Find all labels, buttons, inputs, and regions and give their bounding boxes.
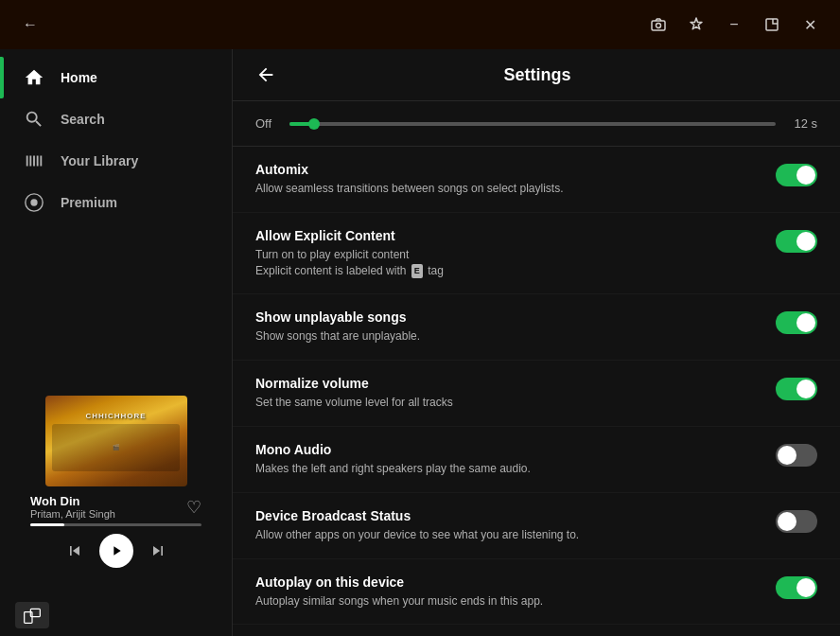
setting-item-explicit: Allow Explicit Content Turn on to play e… [233,213,840,295]
home-label: Home [61,70,97,85]
toggle-thumb-explicit [796,232,815,251]
toggle-automix[interactable] [776,164,817,186]
settings-title: Settings [291,65,783,85]
now-playing: Woh Din Pritam, Arijit Singh ♡ [15,486,217,523]
settings-header: Settings [233,49,840,101]
setting-item-normalize: Normalize volume Set the same volume lev… [233,361,840,427]
setting-desc-mono: Makes the left and right speakers play t… [255,461,761,477]
setting-info-normalize: Normalize volume Set the same volume lev… [255,376,761,411]
toggle-thumb-broadcast [778,512,796,531]
play-button[interactable] [99,534,133,568]
premium-label: Premium [61,195,117,210]
toggle-track-normalize[interactable] [776,378,817,400]
setting-name-unplayable: Show unplayable songs [255,309,761,325]
toggle-track-explicit[interactable] [776,230,817,253]
toggle-broadcast[interactable] [776,510,817,533]
toggle-thumb-autoplay [796,578,815,597]
search-icon [23,108,45,131]
crossfade-value: 12 s [787,116,817,131]
crossfade-slider[interactable] [289,122,776,126]
crossfade-row: Off 12 s [233,101,840,147]
setting-desc-normalize: Set the same volume level for all tracks [255,395,761,411]
setting-name-broadcast: Device Broadcast Status [255,508,761,523]
setting-desc-unplayable: Show songs that are unplayable. [255,328,761,344]
home-icon [23,66,45,89]
album-art: CHHICHHORE 🎬 [45,396,187,486]
player-controls [15,526,217,579]
explicit-desc-line3: tag [428,264,444,277]
toggle-track-broadcast[interactable] [776,510,817,533]
prev-button[interactable] [65,541,84,560]
maximize-button[interactable] [757,9,787,40]
toggle-thumb-unplayable [796,313,815,332]
setting-item-mono: Mono Audio Makes the left and right spea… [233,427,840,493]
song-artist: Pritam, Arijit Singh [30,508,186,520]
setting-item-automix: Automix Allow seamless transitions betwe… [233,147,840,213]
toggle-track-unplayable[interactable] [776,311,817,334]
crossfade-controls: Off 12 s [255,116,817,131]
setting-info-automix: Automix Allow seamless transitions betwe… [255,162,761,197]
setting-info-broadcast: Device Broadcast Status Allow other apps… [255,508,761,543]
sidebar-footer [0,594,232,636]
crossfade-slider-thumb [308,118,320,130]
title-bar: ← − ✕ [0,0,840,49]
svg-rect-0 [652,21,665,30]
toggle-thumb-mono [778,446,796,465]
sidebar-item-library[interactable]: Your Library [0,140,232,182]
setting-name-explicit: Allow Explicit Content [255,228,761,243]
next-button[interactable] [149,541,167,560]
explicit-desc-line1: Turn on to play explicit content [255,248,409,261]
title-bar-right: − ✕ [643,9,825,40]
sidebar-item-home[interactable]: Home [0,57,232,98]
main-content: Home Search Your [0,49,840,636]
toggle-thumb-normalize [796,380,815,398]
toggle-unplayable[interactable] [776,311,817,334]
nav-items: Home Search Your [0,49,232,231]
now-playing-info: Woh Din Pritam, Arijit Singh [30,494,186,520]
toggle-mono[interactable] [776,444,817,467]
setting-name-automix: Automix [255,162,761,177]
heart-button[interactable]: ♡ [186,497,201,518]
album-section: CHHICHHORE 🎬 Woh Din Pritam, Arijit Sing… [0,380,232,594]
toggle-autoplay[interactable] [776,576,817,599]
settings-back-button[interactable] [255,64,276,85]
setting-info-unplayable: Show unplayable songs Show songs that ar… [255,309,761,344]
setting-info-autoplay: Autoplay on this device Autoplay similar… [255,574,761,610]
sidebar-item-search[interactable]: Search [0,98,232,140]
setting-desc-automix: Allow seamless transitions between songs… [255,181,761,197]
close-button[interactable]: ✕ [795,9,825,40]
title-bar-left: ← [15,9,45,40]
back-button[interactable]: ← [15,9,45,40]
setting-item-autoplay: Autoplay on this device Autoplay similar… [233,559,840,626]
toggle-explicit[interactable] [776,230,817,253]
premium-icon [23,191,45,214]
setting-name-normalize: Normalize volume [255,376,761,391]
svg-point-1 [656,24,661,28]
library-label: Your Library [61,153,138,168]
search-label: Search [61,112,105,127]
setting-desc-autoplay: Autoplay similar songs when your music e… [255,593,761,610]
toggle-track-mono[interactable] [776,444,817,467]
toggle-track-automix[interactable] [776,164,817,186]
pin-button[interactable] [681,9,711,40]
device-button[interactable] [15,602,49,628]
screenshot-button[interactable] [643,9,674,40]
setting-name-autoplay: Autoplay on this device [255,574,761,590]
sidebar-item-premium[interactable]: Premium [0,182,232,223]
sidebar: Home Search Your [0,49,232,636]
app-window: ← − ✕ [0,0,840,636]
setting-item-unplayable: Show unplayable songs Show songs that ar… [233,294,840,361]
toggle-track-autoplay[interactable] [776,576,817,599]
toggle-thumb-automix [796,166,815,185]
minimize-button[interactable]: − [719,9,749,40]
explicit-tag-badge: E [411,264,423,278]
setting-item-broadcast: Device Broadcast Status Allow other apps… [233,493,840,559]
settings-panel: Settings Off 12 s Automix Allow seamless [232,49,840,636]
toggle-normalize[interactable] [776,378,817,400]
setting-info-explicit: Allow Explicit Content Turn on to play e… [255,228,761,279]
song-title: Woh Din [30,494,186,508]
svg-point-4 [30,199,37,205]
setting-name-mono: Mono Audio [255,442,761,457]
setting-info-mono: Mono Audio Makes the left and right spea… [255,442,761,477]
crossfade-off-label: Off [255,116,278,131]
